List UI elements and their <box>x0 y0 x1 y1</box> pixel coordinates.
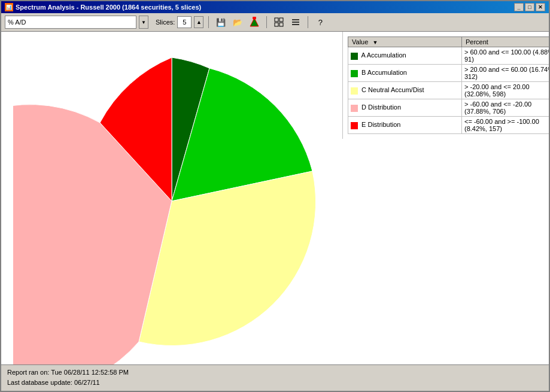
legend-row: C Neutral Accum/Dist > -20.00 and <= 20.… <box>348 82 549 99</box>
legend-color-swatch <box>351 122 358 129</box>
legend-label-cell: D Distribution <box>348 99 462 117</box>
toolbar-separator-2 <box>266 16 267 28</box>
svg-rect-6 <box>279 23 283 26</box>
legend-col-value: Value ▼ <box>348 37 462 47</box>
chart-area <box>1 32 342 364</box>
window-title: Spectrum Analysis - Russell 2000 (1864 s… <box>16 4 201 11</box>
minimize-button[interactable]: _ <box>514 3 524 11</box>
status-bar: Report ran on: Tue 06/28/11 12:52:58 PM … <box>1 364 549 391</box>
legend-area: Value ▼ Percent A Accumulation <box>342 32 549 139</box>
status-line-2: Last database update: 06/27/11 <box>7 378 543 388</box>
legend-row: B Accumulation > 20.00 and <= 60.00 (16.… <box>348 65 549 82</box>
slices-input[interactable] <box>177 16 192 28</box>
legend-table: Value ▼ Percent A Accumulation <box>348 37 549 134</box>
legend-color-swatch <box>351 87 358 95</box>
legend-range: > 20.00 and <= 60.00 (16.74%, 312) <box>464 66 549 80</box>
slices-label: Slices: <box>156 19 175 26</box>
legend-label-cell: E Distribution <box>348 117 462 134</box>
chart-type-button[interactable] <box>247 16 262 29</box>
legend-range: > -20.00 and <= 20.00 (32.08%, 598) <box>464 83 530 98</box>
svg-rect-4 <box>279 18 283 22</box>
legend-range-cell: > -20.00 and <= 20.00 (32.08%, 598) <box>462 82 549 99</box>
legend-row: E Distribution <= -60.00 and >= -100.00 … <box>348 117 549 134</box>
title-controls: _ □ ✕ <box>514 3 545 11</box>
main-window: 📊 Spectrum Analysis - Russell 2000 (1864… <box>0 0 550 392</box>
grid-button[interactable] <box>272 16 286 29</box>
legend-col-percent: Percent <box>462 37 549 47</box>
legend-label-cell: B Accumulation <box>348 65 462 82</box>
legend-label-cell: C Neutral Accum/Dist <box>348 82 462 99</box>
legend-label: D Distribution <box>361 104 401 111</box>
toolbar-separator-3 <box>308 16 308 28</box>
legend-label: A Accumulation <box>361 51 406 59</box>
svg-rect-3 <box>275 18 278 22</box>
legend-label: C Neutral Accum/Dist <box>361 86 424 93</box>
legend-range: <= -60.00 and >= -100.00 (8.42%, 157) <box>464 118 539 132</box>
legend-color-swatch <box>351 70 358 77</box>
indicator-value: % A/D <box>8 19 26 26</box>
legend-color-swatch <box>351 105 358 112</box>
close-button[interactable]: ✕ <box>536 3 545 11</box>
legend-range-cell: > 60.00 and <= 100.00 (4.88%, 91) <box>462 47 549 65</box>
maximize-button[interactable]: □ <box>525 3 534 11</box>
indicator-dropdown[interactable]: % A/D <box>5 16 136 29</box>
legend-label: B Accumulation <box>361 69 407 76</box>
save-button[interactable]: 💾 <box>214 16 228 29</box>
legend-label-cell: A Accumulation <box>348 47 462 65</box>
legend-range-cell: > -60.00 and <= -20.00 (37.88%, 706) <box>462 99 549 117</box>
open-button[interactable]: 📂 <box>230 16 245 29</box>
svg-point-2 <box>253 17 256 20</box>
slices-increment-button[interactable]: ▲ <box>194 16 203 28</box>
list-button[interactable] <box>288 16 303 29</box>
legend-range-cell: <= -60.00 and >= -100.00 (8.42%, 157) <box>462 117 549 134</box>
svg-rect-5 <box>275 23 278 26</box>
status-line-1: Report ran on: Tue 06/28/11 12:52:58 PM <box>7 367 543 378</box>
legend-label: E Distribution <box>361 121 400 128</box>
toolbar-separator-1 <box>208 16 209 28</box>
legend-row: D Distribution > -60.00 and <= -20.00 (3… <box>348 99 549 117</box>
legend-range: > -60.00 and <= -20.00 (37.88%, 706) <box>464 101 531 115</box>
help-button[interactable]: ? <box>313 16 327 29</box>
indicator-dropdown-arrow[interactable]: ▼ <box>139 16 148 29</box>
legend-color-swatch <box>351 53 358 60</box>
legend-row: A Accumulation > 60.00 and <= 100.00 (4.… <box>348 47 549 65</box>
legend-range-cell: > 20.00 and <= 60.00 (16.74%, 312) <box>462 65 549 82</box>
app-icon: 📊 <box>5 3 13 11</box>
title-bar-left: 📊 Spectrum Analysis - Russell 2000 (1864… <box>5 3 201 11</box>
legend-range: > 60.00 and <= 100.00 (4.88%, 91) <box>464 48 549 63</box>
title-bar: 📊 Spectrum Analysis - Russell 2000 (1864… <box>1 1 549 13</box>
toolbar: % A/D ▼ Slices: ▲ 💾 📂 ? <box>1 13 549 32</box>
pie-chart <box>13 32 330 364</box>
